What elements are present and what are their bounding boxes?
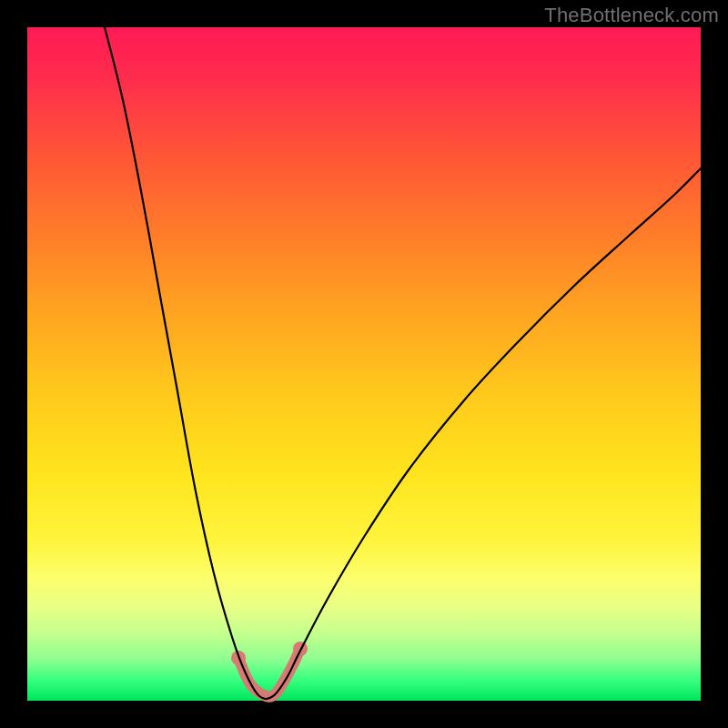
curve-svg <box>27 27 701 701</box>
bottleneck-curve <box>105 27 701 699</box>
valley-highlight <box>238 649 300 697</box>
watermark-text: TheBottleneck.com <box>544 4 719 27</box>
plot-area <box>27 27 701 701</box>
chart-frame: TheBottleneck.com <box>0 0 728 728</box>
